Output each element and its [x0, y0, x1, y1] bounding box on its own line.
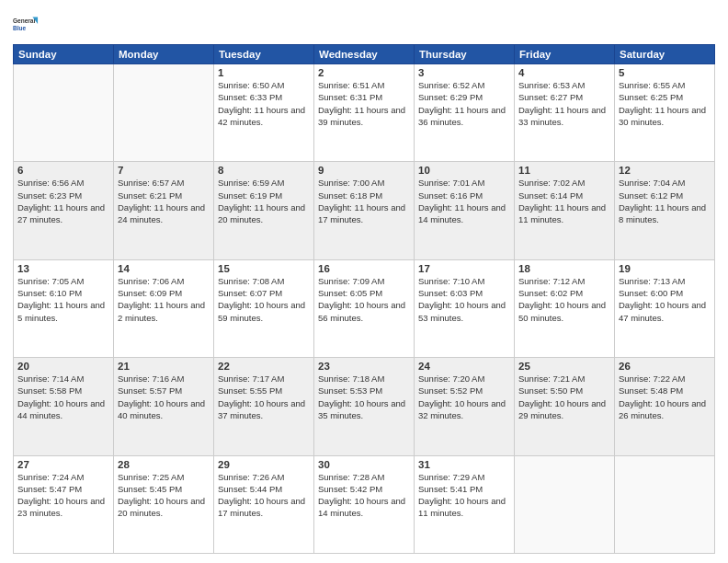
calendar-cell: 23Sunrise: 7:18 AM Sunset: 5:53 PM Dayli… [314, 358, 415, 455]
day-info: Sunrise: 6:50 AM Sunset: 6:33 PM Dayligh… [218, 79, 310, 128]
day-info: Sunrise: 7:16 AM Sunset: 5:57 PM Dayligh… [118, 373, 210, 421]
calendar-cell: 14Sunrise: 7:06 AM Sunset: 6:09 PM Dayli… [114, 259, 214, 357]
calendar-cell: 17Sunrise: 7:10 AM Sunset: 6:03 PM Dayli… [415, 259, 515, 357]
day-number: 13 [17, 263, 109, 274]
day-info: Sunrise: 6:55 AM Sunset: 6:25 PM Dayligh… [619, 79, 711, 128]
header: GeneralBlue [13, 11, 715, 37]
day-number: 7 [118, 165, 210, 176]
day-info: Sunrise: 7:13 AM Sunset: 6:00 PM Dayligh… [619, 275, 711, 324]
day-info: Sunrise: 7:04 AM Sunset: 6:12 PM Dayligh… [619, 177, 711, 225]
day-info: Sunrise: 6:53 AM Sunset: 6:27 PM Dayligh… [518, 79, 610, 128]
calendar-cell: 10Sunrise: 7:01 AM Sunset: 6:16 PM Dayli… [415, 162, 515, 259]
day-info: Sunrise: 7:00 AM Sunset: 6:18 PM Dayligh… [318, 177, 410, 225]
day-header-thursday: Thursday [415, 45, 515, 64]
day-info: Sunrise: 7:22 AM Sunset: 5:48 PM Dayligh… [619, 373, 711, 421]
page: GeneralBlue SundayMondayTuesdayWednesday… [0, 0, 728, 563]
calendar-cell: 13Sunrise: 7:05 AM Sunset: 6:10 PM Dayli… [14, 259, 114, 357]
day-info: Sunrise: 7:25 AM Sunset: 5:45 PM Dayligh… [118, 471, 210, 520]
calendar-cell: 2Sunrise: 6:51 AM Sunset: 6:31 PM Daylig… [314, 64, 415, 162]
day-number: 8 [218, 165, 310, 176]
calendar-cell: 24Sunrise: 7:20 AM Sunset: 5:52 PM Dayli… [415, 358, 515, 455]
day-number: 27 [17, 459, 109, 470]
day-header-saturday: Saturday [615, 45, 715, 64]
calendar-week-5: 27Sunrise: 7:24 AM Sunset: 5:47 PM Dayli… [14, 455, 715, 553]
calendar-cell: 31Sunrise: 7:29 AM Sunset: 5:41 PM Dayli… [415, 455, 515, 553]
day-info: Sunrise: 6:57 AM Sunset: 6:21 PM Dayligh… [118, 177, 210, 225]
day-info: Sunrise: 7:01 AM Sunset: 6:16 PM Dayligh… [418, 177, 510, 225]
calendar-cell: 22Sunrise: 7:17 AM Sunset: 5:55 PM Dayli… [214, 358, 314, 455]
day-info: Sunrise: 7:21 AM Sunset: 5:50 PM Dayligh… [518, 373, 610, 421]
day-number: 29 [218, 459, 310, 470]
calendar-table: SundayMondayTuesdayWednesdayThursdayFrid… [13, 44, 715, 554]
day-info: Sunrise: 7:28 AM Sunset: 5:42 PM Dayligh… [318, 471, 410, 520]
day-header-monday: Monday [114, 45, 214, 64]
day-info: Sunrise: 7:02 AM Sunset: 6:14 PM Dayligh… [518, 177, 610, 225]
day-number: 10 [418, 165, 510, 176]
day-info: Sunrise: 7:05 AM Sunset: 6:10 PM Dayligh… [17, 275, 109, 324]
calendar-cell: 15Sunrise: 7:08 AM Sunset: 6:07 PM Dayli… [214, 259, 314, 357]
calendar-cell: 7Sunrise: 6:57 AM Sunset: 6:21 PM Daylig… [114, 162, 214, 259]
day-header-wednesday: Wednesday [314, 45, 415, 64]
calendar-cell: 21Sunrise: 7:16 AM Sunset: 5:57 PM Dayli… [114, 358, 214, 455]
calendar-week-1: 1Sunrise: 6:50 AM Sunset: 6:33 PM Daylig… [14, 64, 715, 162]
day-number: 22 [218, 361, 310, 372]
day-info: Sunrise: 7:10 AM Sunset: 6:03 PM Dayligh… [418, 275, 510, 324]
logo-icon: GeneralBlue [13, 11, 39, 37]
day-number: 21 [118, 361, 210, 372]
calendar-cell: 29Sunrise: 7:26 AM Sunset: 5:44 PM Dayli… [214, 455, 314, 553]
day-header-friday: Friday [515, 45, 615, 64]
day-info: Sunrise: 7:09 AM Sunset: 6:05 PM Dayligh… [318, 275, 410, 324]
day-number: 18 [518, 263, 610, 274]
calendar-week-4: 20Sunrise: 7:14 AM Sunset: 5:58 PM Dayli… [14, 358, 715, 455]
day-number: 1 [218, 67, 310, 78]
day-number: 25 [518, 361, 610, 372]
day-info: Sunrise: 7:06 AM Sunset: 6:09 PM Dayligh… [118, 275, 210, 324]
calendar-header-row: SundayMondayTuesdayWednesdayThursdayFrid… [14, 45, 715, 64]
svg-text:General: General [13, 17, 35, 24]
calendar-cell [615, 455, 715, 553]
day-number: 31 [418, 459, 510, 470]
day-number: 6 [17, 165, 109, 176]
day-info: Sunrise: 7:12 AM Sunset: 6:02 PM Dayligh… [518, 275, 610, 324]
day-header-tuesday: Tuesday [214, 45, 314, 64]
day-number: 26 [619, 361, 711, 372]
calendar-cell: 4Sunrise: 6:53 AM Sunset: 6:27 PM Daylig… [515, 64, 615, 162]
day-number: 14 [118, 263, 210, 274]
day-info: Sunrise: 7:17 AM Sunset: 5:55 PM Dayligh… [218, 373, 310, 421]
day-number: 11 [518, 165, 610, 176]
day-number: 4 [518, 67, 610, 78]
day-info: Sunrise: 6:56 AM Sunset: 6:23 PM Dayligh… [17, 177, 109, 225]
calendar-cell: 8Sunrise: 6:59 AM Sunset: 6:19 PM Daylig… [214, 162, 314, 259]
day-number: 12 [619, 165, 711, 176]
calendar-cell [14, 64, 114, 162]
day-info: Sunrise: 7:20 AM Sunset: 5:52 PM Dayligh… [418, 373, 510, 421]
calendar-cell: 28Sunrise: 7:25 AM Sunset: 5:45 PM Dayli… [114, 455, 214, 553]
day-number: 17 [418, 263, 510, 274]
calendar-cell: 19Sunrise: 7:13 AM Sunset: 6:00 PM Dayli… [615, 259, 715, 357]
calendar-cell: 6Sunrise: 6:56 AM Sunset: 6:23 PM Daylig… [14, 162, 114, 259]
calendar-cell: 3Sunrise: 6:52 AM Sunset: 6:29 PM Daylig… [415, 64, 515, 162]
svg-text:Blue: Blue [13, 25, 26, 31]
day-number: 23 [318, 361, 410, 372]
day-number: 15 [218, 263, 310, 274]
day-info: Sunrise: 6:51 AM Sunset: 6:31 PM Dayligh… [318, 79, 410, 128]
calendar-week-2: 6Sunrise: 6:56 AM Sunset: 6:23 PM Daylig… [14, 162, 715, 259]
calendar-cell: 18Sunrise: 7:12 AM Sunset: 6:02 PM Dayli… [515, 259, 615, 357]
day-number: 5 [619, 67, 711, 78]
calendar-cell: 11Sunrise: 7:02 AM Sunset: 6:14 PM Dayli… [515, 162, 615, 259]
day-info: Sunrise: 7:24 AM Sunset: 5:47 PM Dayligh… [17, 471, 109, 520]
logo: GeneralBlue [13, 11, 39, 37]
day-number: 20 [17, 361, 109, 372]
calendar-cell [114, 64, 214, 162]
day-info: Sunrise: 7:29 AM Sunset: 5:41 PM Dayligh… [418, 471, 510, 520]
calendar-cell [515, 455, 615, 553]
day-number: 28 [118, 459, 210, 470]
calendar-cell: 16Sunrise: 7:09 AM Sunset: 6:05 PM Dayli… [314, 259, 415, 357]
day-info: Sunrise: 6:59 AM Sunset: 6:19 PM Dayligh… [218, 177, 310, 225]
day-number: 3 [418, 67, 510, 78]
day-info: Sunrise: 6:52 AM Sunset: 6:29 PM Dayligh… [418, 79, 510, 128]
day-info: Sunrise: 7:08 AM Sunset: 6:07 PM Dayligh… [218, 275, 310, 324]
calendar-cell: 26Sunrise: 7:22 AM Sunset: 5:48 PM Dayli… [615, 358, 715, 455]
calendar-cell: 1Sunrise: 6:50 AM Sunset: 6:33 PM Daylig… [214, 64, 314, 162]
calendar-cell: 9Sunrise: 7:00 AM Sunset: 6:18 PM Daylig… [314, 162, 415, 259]
